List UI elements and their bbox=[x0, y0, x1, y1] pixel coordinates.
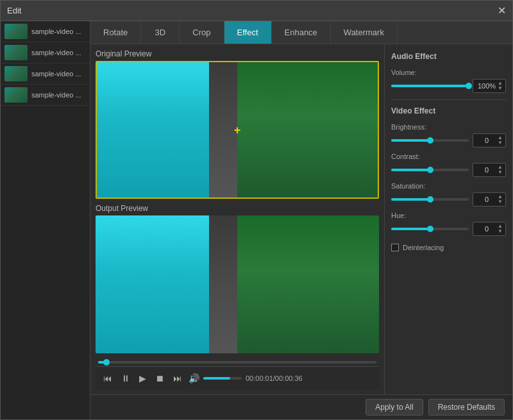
controls-bar: ⏮ ⏸ ▶ ⏹ ⏭ 🔊 00:00:01/00:00:36 bbox=[96, 366, 379, 389]
brightness-slider-row: 0 ▲▼ bbox=[391, 133, 506, 147]
thumb-4 bbox=[4, 87, 28, 103]
tab-effect[interactable]: Effect bbox=[224, 21, 272, 44]
volume-slider-thumb bbox=[466, 83, 472, 89]
contrast-spinner[interactable]: 0 ▲▼ bbox=[473, 163, 506, 177]
hue-control: Hue: 0 ▲▼ bbox=[391, 212, 506, 236]
hue-slider-track[interactable] bbox=[391, 228, 469, 230]
saturation-spinner[interactable]: 0 ▲▼ bbox=[473, 192, 506, 206]
sidebar-label-1: sample-video ... bbox=[31, 28, 81, 35]
restore-defaults-button[interactable]: Restore Defaults bbox=[428, 399, 505, 416]
title-bar: Edit ✕ bbox=[1, 1, 512, 21]
saturation-slider-track[interactable] bbox=[391, 198, 469, 201]
forest-area bbox=[237, 62, 378, 197]
edit-area: Rotate 3D Crop Effect Enhance Watermark … bbox=[90, 21, 512, 419]
volume-slider-row: 100% ▲▼ bbox=[391, 79, 506, 93]
window-title: Edit bbox=[7, 6, 21, 15]
sidebar-item-1[interactable]: sample-video ... bbox=[1, 21, 90, 42]
original-preview-label: Original Preview bbox=[96, 49, 379, 58]
volume-fill bbox=[203, 377, 230, 380]
brightness-label: Brightness: bbox=[391, 123, 506, 131]
skip-start-button[interactable]: ⏮ bbox=[101, 372, 115, 385]
brightness-slider-track[interactable] bbox=[391, 139, 469, 142]
close-button[interactable]: ✕ bbox=[498, 4, 506, 17]
tab-watermark[interactable]: Watermark bbox=[331, 21, 398, 44]
original-preview-video: + bbox=[96, 61, 379, 199]
seek-bar[interactable] bbox=[98, 361, 376, 364]
tabs-bar: Rotate 3D Crop Effect Enhance Watermark bbox=[90, 21, 512, 44]
hue-value: 0 bbox=[476, 225, 498, 233]
contrast-slider-row: 0 ▲▼ bbox=[391, 163, 506, 177]
brightness-arrows[interactable]: ▲▼ bbox=[498, 135, 503, 146]
hue-thumb bbox=[427, 226, 433, 232]
skip-end-button[interactable]: ⏭ bbox=[171, 372, 185, 385]
sidebar: sample-video ... sample-video ... sample… bbox=[1, 21, 90, 419]
time-display: 00:00:01/00:00:36 bbox=[246, 374, 303, 382]
deinterlacing-checkbox[interactable] bbox=[391, 244, 399, 251]
thumb-3 bbox=[4, 66, 28, 81]
volume-icon: 🔊 bbox=[189, 373, 199, 383]
apply-to-all-button[interactable]: Apply to All bbox=[366, 399, 423, 416]
contrast-value: 0 bbox=[476, 166, 498, 174]
volume-slider-track[interactable] bbox=[391, 85, 469, 87]
sidebar-label-2: sample-video ... bbox=[31, 49, 81, 56]
volume-arrows[interactable]: ▲▼ bbox=[498, 81, 503, 91]
volume-slider-fill bbox=[391, 85, 469, 87]
volume-value: 100% bbox=[476, 82, 498, 90]
saturation-value: 0 bbox=[476, 196, 498, 203]
seek-thumb bbox=[103, 359, 110, 365]
sidebar-label-4: sample-video ... bbox=[31, 91, 81, 99]
saturation-slider-row: 0 ▲▼ bbox=[391, 192, 506, 206]
saturation-label: Saturation: bbox=[391, 182, 506, 190]
contrast-thumb bbox=[427, 167, 433, 173]
tab-3d[interactable]: 3D bbox=[141, 21, 180, 44]
output-water bbox=[96, 215, 223, 353]
edit-window: Edit ✕ sample-video ... sample-video ...… bbox=[0, 0, 513, 420]
preview-panel: Original Preview + Output Preview bbox=[90, 44, 384, 394]
crosshair-icon: + bbox=[234, 123, 241, 137]
hue-arrows[interactable]: ▲▼ bbox=[498, 224, 503, 234]
brightness-spinner[interactable]: 0 ▲▼ bbox=[473, 133, 506, 147]
tab-crop[interactable]: Crop bbox=[180, 21, 224, 44]
contrast-arrows[interactable]: ▲▼ bbox=[498, 165, 503, 175]
pause-button[interactable]: ⏸ bbox=[119, 372, 133, 385]
tab-content: Original Preview + Output Preview bbox=[90, 44, 512, 394]
output-forest bbox=[237, 215, 379, 353]
thumb-2 bbox=[4, 45, 28, 60]
saturation-arrows[interactable]: ▲▼ bbox=[498, 194, 503, 205]
brightness-fill bbox=[391, 139, 430, 142]
volume-spinner[interactable]: 100% ▲▼ bbox=[473, 79, 506, 93]
main-content: sample-video ... sample-video ... sample… bbox=[1, 21, 512, 419]
volume-control: Volume: 100% ▲▼ bbox=[391, 69, 506, 93]
saturation-fill bbox=[391, 198, 430, 201]
play-button[interactable]: ▶ bbox=[137, 372, 149, 385]
sidebar-item-2[interactable]: sample-video ... bbox=[1, 42, 90, 63]
volume-bar[interactable] bbox=[203, 377, 242, 380]
sidebar-item-4[interactable]: sample-video ... bbox=[1, 85, 90, 106]
output-preview-video bbox=[96, 215, 379, 353]
hue-label: Hue: bbox=[391, 212, 506, 219]
output-scene bbox=[96, 215, 379, 353]
contrast-fill bbox=[391, 169, 430, 171]
sidebar-item-3[interactable]: sample-video ... bbox=[1, 63, 90, 85]
brightness-thumb bbox=[427, 137, 433, 144]
hue-slider-row: 0 ▲▼ bbox=[391, 222, 506, 236]
saturation-control: Saturation: 0 ▲▼ bbox=[391, 182, 506, 206]
thumb-1 bbox=[4, 24, 28, 39]
stop-button[interactable]: ⏹ bbox=[153, 372, 167, 385]
hue-spinner[interactable]: 0 ▲▼ bbox=[473, 222, 506, 236]
deinterlacing-row: Deinterlacing bbox=[391, 244, 506, 251]
contrast-label: Contrast: bbox=[391, 153, 506, 160]
tab-rotate[interactable]: Rotate bbox=[90, 21, 141, 44]
volume-label: Volume: bbox=[391, 69, 506, 76]
contrast-slider-track[interactable] bbox=[391, 169, 469, 171]
water-area bbox=[97, 62, 223, 197]
hue-fill bbox=[391, 228, 430, 230]
brightness-control: Brightness: 0 ▲▼ bbox=[391, 123, 506, 147]
brightness-value: 0 bbox=[476, 137, 498, 144]
sidebar-label-3: sample-video ... bbox=[31, 70, 81, 78]
effects-panel: Audio Effect Volume: 100% ▲▼ bbox=[384, 44, 512, 394]
saturation-thumb bbox=[427, 196, 433, 203]
tab-enhance[interactable]: Enhance bbox=[272, 21, 331, 44]
audio-section-title: Audio Effect bbox=[391, 52, 506, 61]
divider-1 bbox=[391, 99, 506, 100]
